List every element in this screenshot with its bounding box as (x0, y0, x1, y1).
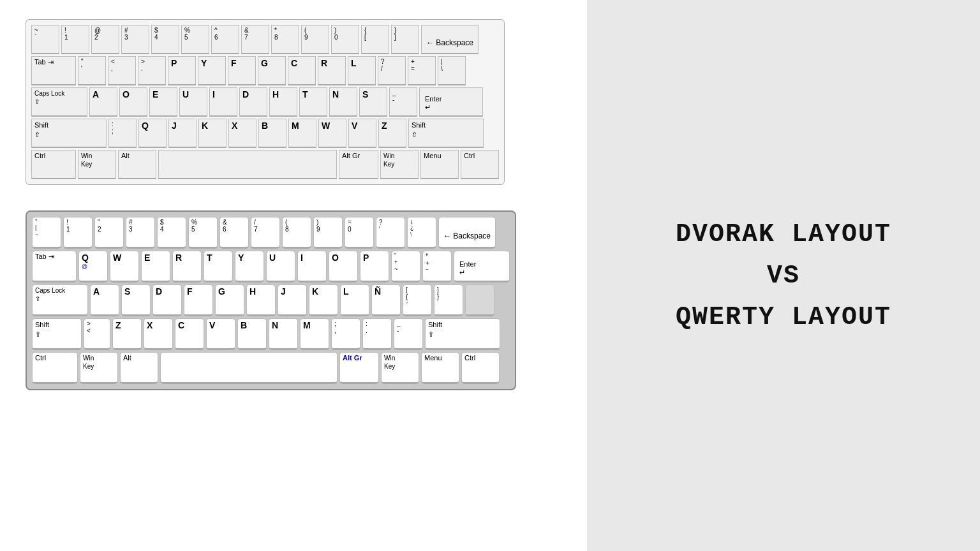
key-tab[interactable]: Tab ⇥ (31, 56, 76, 85)
qwerty-key-h[interactable]: H (246, 284, 276, 316)
key-2[interactable]: @2 (91, 25, 119, 54)
qwerty-key-l[interactable]: L (340, 284, 369, 316)
key-g[interactable]: G (258, 56, 286, 85)
key-a[interactable]: A (89, 87, 117, 117)
qwerty-key-win-right[interactable]: WinKey (381, 352, 419, 384)
key-q[interactable]: Q (138, 119, 167, 148)
qwerty-key-9[interactable]: )9 (313, 217, 343, 249)
key-v[interactable]: V (348, 119, 376, 148)
key-f[interactable]: F (228, 56, 256, 85)
key-capslock[interactable]: Caps Lock⇧ (31, 87, 87, 117)
qwerty-key-gtlt[interactable]: >< (84, 318, 110, 350)
qwerty-key-accent2[interactable]: *+~ (422, 251, 452, 283)
key-o[interactable]: O (119, 87, 147, 117)
key-m[interactable]: M (288, 119, 316, 148)
key-u[interactable]: U (179, 87, 207, 117)
key-6[interactable]: ^6 (211, 25, 239, 54)
qwerty-key-backspace[interactable]: ← Backspace (438, 217, 496, 249)
qwerty-key-alt-left[interactable]: Alt (120, 352, 158, 384)
key-ctrl-left[interactable]: Ctrl (31, 150, 76, 179)
qwerty-key-c[interactable]: C (175, 318, 204, 350)
key-d[interactable]: D (239, 87, 267, 117)
qwerty-key-capslock[interactable]: Caps Lock⇧ (32, 284, 88, 316)
key-9[interactable]: (9 (301, 25, 329, 54)
key-h[interactable]: H (269, 87, 297, 117)
key-lbracket[interactable]: {[ (361, 25, 389, 54)
qwerty-key-altgr[interactable]: Alt Gr (339, 352, 379, 384)
qwerty-key-g[interactable]: G (215, 284, 244, 316)
key-win-right[interactable]: WinKey (380, 150, 419, 179)
qwerty-key-a[interactable]: A (90, 284, 119, 316)
key-4[interactable]: $4 (151, 25, 179, 54)
qwerty-key-ctrl-right[interactable]: Ctrl (461, 352, 500, 384)
key-5[interactable]: %5 (181, 25, 209, 54)
qwerty-key-u[interactable]: U (266, 251, 295, 283)
qwerty-key-y[interactable]: Y (235, 251, 264, 283)
key-8[interactable]: *8 (271, 25, 299, 54)
qwerty-key-1[interactable]: !1 (63, 217, 93, 249)
key-colon[interactable]: :; (108, 119, 137, 148)
qwerty-key-semicolon[interactable]: ;, (331, 318, 360, 350)
qwerty-key-i[interactable]: I (297, 251, 327, 283)
qwerty-key-rbrace[interactable]: ]}` (434, 284, 463, 316)
qwerty-key-w[interactable]: W (110, 251, 139, 283)
key-0[interactable]: )0 (331, 25, 359, 54)
key-t[interactable]: T (299, 87, 327, 117)
qwerty-key-tab[interactable]: Tab ⇥ (32, 251, 77, 283)
key-s[interactable]: S (359, 87, 387, 117)
qwerty-key-z[interactable]: Z (112, 318, 142, 350)
qwerty-key-x[interactable]: X (144, 318, 173, 350)
qwerty-key-j[interactable]: J (278, 284, 307, 316)
qwerty-key-extra[interactable] (465, 284, 494, 316)
key-n[interactable]: N (329, 87, 357, 117)
qwerty-key-win-left[interactable]: WinKey (80, 352, 118, 384)
qwerty-key-k[interactable]: K (309, 284, 338, 316)
qwerty-key-7[interactable]: /7 (251, 217, 280, 249)
qwerty-key-accent1[interactable]: "+~ (391, 251, 420, 283)
qwerty-key-shift-left[interactable]: Shift⇧ (32, 318, 82, 350)
key-i[interactable]: I (209, 87, 237, 117)
key-j[interactable]: J (168, 119, 197, 148)
qwerty-key-0[interactable]: =0 (345, 217, 374, 249)
key-ctrl-right[interactable]: Ctrl (461, 150, 499, 179)
key-shift-left[interactable]: Shift⇧ (31, 119, 107, 148)
qwerty-key-underscore[interactable]: _- (394, 318, 423, 350)
qwerty-key-8[interactable]: (8 (282, 217, 311, 249)
key-alt-left[interactable]: Alt (118, 150, 156, 179)
qwerty-key-space[interactable] (160, 352, 338, 384)
key-e[interactable]: E (149, 87, 177, 117)
qwerty-key-excl[interactable]: ¡¿\ (407, 217, 436, 249)
qwerty-key-6[interactable]: &6 (219, 217, 249, 249)
key-slash[interactable]: ?/ (378, 56, 406, 85)
key-y[interactable]: Y (198, 56, 226, 85)
qwerty-key-r[interactable]: R (172, 251, 202, 283)
key-w[interactable]: W (318, 119, 346, 148)
key-z[interactable]: Z (378, 119, 406, 148)
key-win-left[interactable]: WinKey (78, 150, 116, 179)
qwerty-key-s[interactable]: S (121, 284, 151, 316)
key-tilde[interactable]: ~` (31, 25, 59, 54)
qwerty-key-ctrl-left[interactable]: Ctrl (32, 352, 78, 384)
qwerty-key-p[interactable]: P (360, 251, 389, 283)
qwerty-key-menu[interactable]: Menu (421, 352, 459, 384)
qwerty-key-enie[interactable]: Ñ (371, 284, 401, 316)
qwerty-key-v[interactable]: V (206, 318, 235, 350)
qwerty-key-colon[interactable]: :. (362, 318, 392, 350)
qwerty-key-3[interactable]: #3 (126, 217, 155, 249)
qwerty-key-2[interactable]: "2 (94, 217, 124, 249)
key-pipe[interactable]: |\ (438, 56, 466, 85)
key-k[interactable]: K (198, 119, 226, 148)
key-l[interactable]: L (348, 56, 376, 85)
key-p[interactable]: P (168, 56, 196, 85)
key-r[interactable]: R (318, 56, 346, 85)
qwerty-key-lbrace[interactable]: [{^ (403, 284, 432, 316)
qwerty-key-e[interactable]: E (141, 251, 170, 283)
qwerty-key-enter[interactable]: Enter↵ (454, 251, 510, 283)
key-c[interactable]: C (288, 56, 316, 85)
key-b[interactable]: B (258, 119, 286, 148)
key-3[interactable]: #3 (121, 25, 149, 54)
qwerty-key-4[interactable]: $4 (157, 217, 186, 249)
key-altgr[interactable]: Alt Gr (339, 150, 378, 179)
qwerty-key-o[interactable]: O (329, 251, 358, 283)
key-space[interactable] (158, 150, 337, 179)
